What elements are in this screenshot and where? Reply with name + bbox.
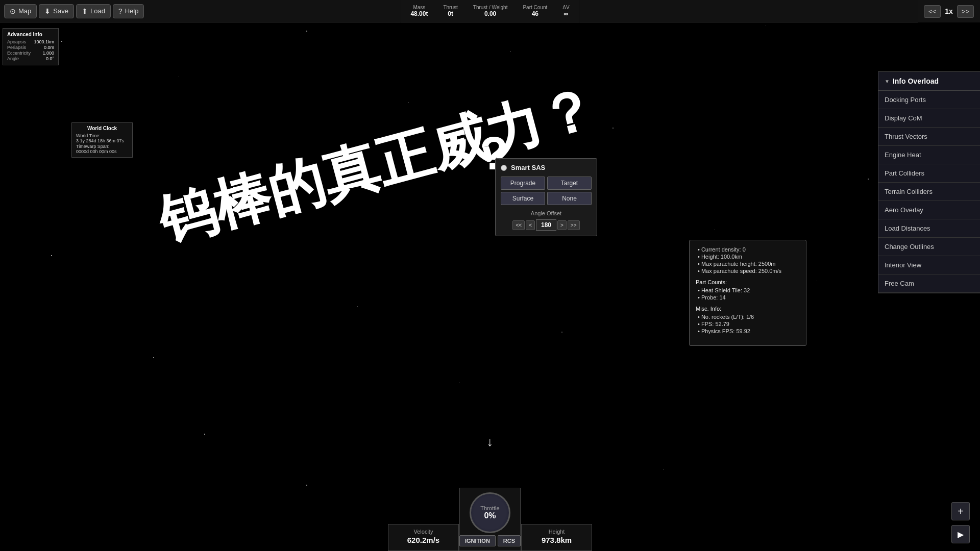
throttle-value: 0% — [484, 511, 496, 520]
velocity-label: Velocity — [394, 529, 453, 535]
throttle-dial: Throttle 0% — [470, 492, 510, 533]
world-clock-panel: World Clock World Time: 3 1y 284d 18h 36… — [71, 122, 133, 158]
periapsis-value: 0.0m — [44, 45, 54, 50]
overlay-item-aero-overlay[interactable]: Aero Overlay — [878, 201, 980, 219]
periapsis-label: Periapsis — [7, 45, 26, 50]
sas-surface-button[interactable]: Surface — [501, 192, 545, 205]
thrust-value: 0t — [448, 10, 453, 17]
save-button[interactable]: ⬇ Save — [39, 4, 74, 18]
overlay-item-change-outlines[interactable]: Change Outlines — [878, 238, 980, 256]
parts-stat: Part Count 46 — [523, 5, 547, 17]
apoapsis-label: Apoapsis — [7, 39, 26, 44]
add-button[interactable]: + — [951, 502, 970, 520]
atmosphere-section: • Current density: 0 • Height: 100.0km •… — [696, 246, 800, 274]
overlay-item-display-com[interactable]: Display CoM — [878, 109, 980, 128]
save-label: Save — [53, 7, 68, 15]
overlay-item-free-cam[interactable]: Free Cam — [878, 274, 980, 293]
height-display: Height 973.8km — [521, 524, 592, 551]
height-info-value: 100.0km — [721, 254, 742, 260]
play-button[interactable]: ▶ — [951, 525, 970, 543]
overlay-title: Info Overload — [893, 77, 939, 85]
height-line: • Height: 100.0km — [696, 254, 800, 260]
speed-display: 1x — [945, 7, 953, 15]
physics-fps-line: • Physics FPS: 59.92 — [696, 328, 800, 334]
angle-left-button[interactable]: < — [526, 220, 535, 230]
load-label: Load — [90, 7, 105, 15]
thrust-stat: Thrust 0t — [443, 5, 457, 17]
max-para-h-line: • Max parachute height: 2500m — [696, 261, 800, 267]
overlay-item-engine-heat[interactable]: Engine Heat — [878, 146, 980, 164]
apoapsis-row: Apoapsis 1000.1km — [7, 39, 54, 44]
throttle-section: Throttle 0% IGNITION RCS — [459, 488, 521, 551]
help-button[interactable]: ? Help — [113, 4, 144, 18]
timewarp-value: 0000d 00h 00m 00s — [76, 149, 128, 154]
mass-value: 48.00t — [410, 10, 428, 17]
dv-value: ∞ — [564, 10, 569, 17]
thrust-label: Thrust — [443, 5, 457, 10]
overlay-header[interactable]: ▼ Info Overload — [878, 72, 980, 91]
sas-indicator — [501, 165, 507, 171]
parts-label: Part Count — [523, 5, 547, 10]
advanced-info-panel: Advanced Info Apoapsis 1000.1km Periapsi… — [3, 28, 59, 65]
angle-label: Angle — [7, 56, 19, 61]
probe-line: • Probe: 14 — [696, 294, 800, 300]
eccentricity-row: Eccentricity 1.000 — [7, 51, 54, 56]
map-label: Map — [18, 7, 31, 15]
overlay-item-load-distances[interactable]: Load Distances — [878, 219, 980, 238]
load-button[interactable]: ⬆ Load — [76, 4, 111, 18]
sas-mode-buttons: Prograde Target Surface None — [501, 177, 592, 205]
mass-label: Mass — [413, 5, 425, 10]
world-clock-title: World Clock — [76, 126, 128, 131]
map-button[interactable]: ⊙ Map — [4, 4, 37, 18]
density-line: • Current density: 0 — [696, 246, 800, 253]
misc-title: Misc. Info: — [696, 306, 800, 312]
angle-value-display: 180 — [536, 219, 556, 231]
fps-value: 52.79 — [715, 321, 729, 327]
angle-row: Angle 0.0° — [7, 56, 54, 61]
overlay-item-docking-ports[interactable]: Docking Ports — [878, 91, 980, 109]
sas-panel: Smart SAS Prograde Target Surface None A… — [495, 158, 597, 236]
angle-far-right-button[interactable]: >> — [568, 220, 580, 230]
height-value: 973.8km — [527, 536, 586, 544]
bottom-hud: Velocity 620.2m/s Throttle 0% IGNITION R… — [388, 488, 592, 551]
ignition-button[interactable]: IGNITION — [459, 535, 496, 546]
overlay-item-interior-view[interactable]: Interior View — [878, 256, 980, 274]
height-label: Height — [527, 529, 586, 535]
velocity-display: Velocity 620.2m/s — [388, 524, 459, 551]
rockets-label: • No. rockets (L/T): — [698, 314, 745, 320]
angle-far-left-button[interactable]: << — [512, 220, 525, 230]
overlay-item-part-colliders[interactable]: Part Colliders — [878, 164, 980, 183]
fps-line: • FPS: 52.79 — [696, 321, 800, 327]
overlay-item-terrain-colliders[interactable]: Terrain Colliders — [878, 183, 980, 201]
density-label: • Current density: — [698, 246, 741, 253]
dv-label: ΔV — [562, 5, 569, 10]
world-time-label: World Time: — [76, 133, 101, 138]
timewarp-row: Timewarp Span: 0000d 00h 00m 00s — [76, 144, 128, 154]
world-time-value: 3 1y 284d 18h 36m 07s — [76, 138, 128, 143]
speed-controls: << 1x >> — [918, 0, 980, 22]
sas-none-button[interactable]: None — [547, 192, 592, 205]
eccentricity-value: 1.000 — [42, 51, 54, 56]
fast-forward-button[interactable]: >> — [957, 5, 974, 18]
rcs-button[interactable]: RCS — [498, 535, 521, 546]
probe-label: • Probe: — [698, 294, 718, 300]
sas-prograde-button[interactable]: Prograde — [501, 177, 545, 190]
tw-stat: Thrust / Weight 0.00 — [473, 5, 508, 17]
starfield — [0, 0, 980, 551]
dv-stat: ΔV ∞ — [562, 5, 569, 17]
max-para-s-value: 250.0m/s — [758, 268, 781, 274]
probe-value: 14 — [719, 294, 725, 300]
max-para-h-value: 2500m — [758, 261, 776, 267]
sas-target-button[interactable]: Target — [547, 177, 592, 190]
help-icon: ? — [118, 7, 122, 15]
overlay-item-thrust-vectors[interactable]: Thrust Vectors — [878, 128, 980, 146]
timewarp-label: Timewarp Span: — [76, 144, 109, 149]
throttle-dial-container: Throttle 0% — [459, 488, 521, 535]
heat-shield-label: • Heat Shield Tile: — [698, 287, 742, 293]
top-center-stats: Mass 48.00t Thrust 0t Thrust / Weight 0.… — [400, 0, 579, 22]
velocity-arrow: ↓ — [487, 435, 493, 449]
eccentricity-label: Eccentricity — [7, 51, 31, 56]
angle-right-button[interactable]: > — [557, 220, 567, 230]
max-para-s-line: • Max parachute speed: 250.0m/s — [696, 268, 800, 274]
rewind-button[interactable]: << — [924, 5, 941, 18]
